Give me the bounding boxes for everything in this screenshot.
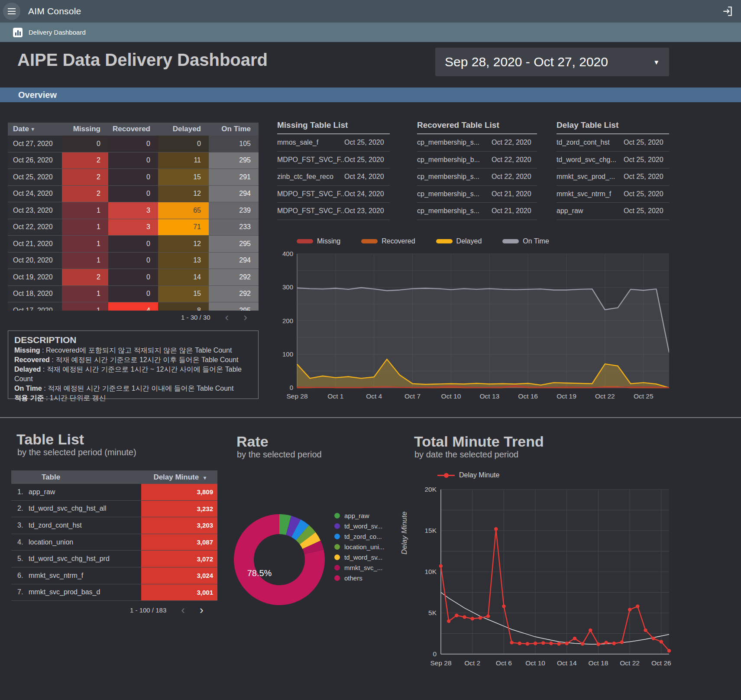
delay-minute-table: TableDelay Minute ▾1.app_raw3,8092.td_wo… bbox=[11, 470, 217, 601]
rate-legend-item[interactable]: others bbox=[334, 573, 385, 583]
description-line: Delayed : 적재 예정된 시간 기준으로 1시간 ~ 12시간 사이에 … bbox=[14, 365, 252, 384]
list-item: cp_membership_s...Oct 22, 2020 bbox=[417, 169, 537, 186]
table-name: td_word_svc_chg_hst_all bbox=[29, 501, 141, 517]
breadcrumb[interactable]: Delivery Dashboard bbox=[29, 29, 86, 36]
delay-minute-bar: 3,001 bbox=[141, 584, 217, 601]
table-row: 6.mmkt_svc_ntrm_f3,024 bbox=[11, 567, 217, 584]
description-line: On Time : 적재 예정된 시간 기준으로 1시간 이내에 들어온 Tab… bbox=[14, 384, 252, 393]
svg-text:Oct 22: Oct 22 bbox=[620, 659, 640, 667]
value-cell: 0 bbox=[108, 253, 158, 269]
date-range-value: Sep 28, 2020 - Oct 27, 2020 bbox=[445, 55, 608, 69]
rate-title: Rate bbox=[236, 433, 269, 450]
date-cell: Oct 19, 2020 bbox=[8, 269, 62, 285]
table-name: mmos_sale_f bbox=[277, 139, 344, 146]
logout-icon[interactable] bbox=[722, 6, 733, 17]
list-title: Missing Table List bbox=[277, 120, 390, 134]
delay-minute-bar: 3,072 bbox=[141, 551, 217, 567]
value-cell: 8 bbox=[158, 302, 209, 311]
description-term: 적용 기준 bbox=[14, 394, 44, 402]
value-cell: 2 bbox=[62, 269, 108, 285]
column-header-missing[interactable]: Missing bbox=[62, 125, 108, 133]
value-cell: 0 bbox=[62, 136, 108, 152]
value-cell: 292 bbox=[209, 269, 259, 285]
value-cell: 294 bbox=[209, 186, 259, 202]
table-date: Oct 22, 2020 bbox=[492, 139, 537, 146]
rate-legend-item[interactable]: td_word_sv... bbox=[334, 521, 385, 531]
svg-text:Oct 14: Oct 14 bbox=[557, 659, 577, 667]
table-row: Oct 21, 20201012295 bbox=[8, 236, 259, 253]
rate-subtitle: by the selected period bbox=[237, 450, 322, 460]
row-rank: 5. bbox=[11, 551, 29, 567]
value-cell: 2 bbox=[62, 169, 108, 185]
table-name: MDPO_FST_SVC_F... bbox=[277, 207, 344, 215]
delay-minute-bar: 3,203 bbox=[141, 517, 217, 534]
value-cell: 1 bbox=[62, 236, 108, 252]
page-range-label: 1 - 30 / 30 bbox=[181, 314, 210, 321]
rate-legend-item[interactable]: td_zord_co... bbox=[334, 531, 385, 541]
delay-minute-bar: 3,024 bbox=[141, 567, 217, 584]
rate-legend-item[interactable]: td_word_sv... bbox=[334, 552, 385, 562]
table-name: td_zord_cont_hst bbox=[29, 517, 141, 534]
row-rank: 4. bbox=[11, 534, 29, 551]
svg-text:Oct 22: Oct 22 bbox=[595, 392, 615, 400]
column-header-recovered[interactable]: Recovered bbox=[108, 125, 158, 133]
value-cell: 1 bbox=[62, 202, 108, 219]
date-cell: Oct 18, 2020 bbox=[8, 286, 62, 302]
column-header-delayed[interactable]: Delayed bbox=[158, 125, 209, 133]
description-term: Delayed bbox=[14, 366, 41, 373]
value-cell: 0 bbox=[158, 136, 209, 152]
value-cell: 2 bbox=[62, 152, 108, 169]
next-page-icon[interactable]: › bbox=[243, 313, 247, 321]
table-name: mmkt_svc_prod_bas_d bbox=[29, 584, 141, 601]
rate-legend-item[interactable]: mmkt_svc_... bbox=[334, 562, 385, 573]
prev-page-icon[interactable]: ‹ bbox=[225, 313, 229, 321]
recovered-table-list: Recovered Table List cp_membership_s...O… bbox=[417, 120, 537, 220]
table-date: Oct 25, 2020 bbox=[624, 173, 669, 181]
table-list-title: Table List bbox=[16, 431, 84, 448]
list-item: MDPO_FST_SVC_F...Oct 23, 2020 bbox=[277, 203, 390, 220]
column-header-on-time[interactable]: On Time bbox=[209, 125, 259, 133]
value-cell: 1 bbox=[62, 286, 108, 302]
date-cell: Oct 27, 2020 bbox=[8, 136, 62, 152]
total-minute-trend-chart: 05K10K15K20KSep 28Oct 2Oct 6Oct 10Oct 14… bbox=[407, 466, 676, 674]
table-row: Oct 27, 2020000105 bbox=[8, 136, 259, 152]
description-term: Recovered bbox=[14, 356, 50, 363]
date-range-selector[interactable]: Sep 28, 2020 - Oct 27, 2020 ▼ bbox=[435, 48, 669, 76]
value-cell: 1 bbox=[62, 302, 108, 311]
rate-legend: app_rawtd_word_sv...td_zord_co...locatio… bbox=[334, 510, 385, 583]
legend-dot-icon bbox=[334, 554, 340, 560]
column-header-delay-minute[interactable]: Delay Minute ▾ bbox=[141, 473, 217, 482]
value-cell: 0 bbox=[108, 186, 158, 202]
table-date: Oct 22, 2020 bbox=[492, 156, 537, 164]
table-row: Oct 23, 20201365239 bbox=[8, 202, 259, 219]
svg-text:5K: 5K bbox=[428, 609, 437, 616]
table-name: MDPO_FST_SVC_F... bbox=[277, 190, 344, 198]
table-row: 3.td_zord_cont_hst3,203 bbox=[11, 517, 217, 534]
delay-minute-bar: 3,809 bbox=[141, 484, 217, 500]
description-term: On Time bbox=[14, 385, 42, 392]
legend-dot-icon bbox=[334, 575, 340, 581]
table-row: Oct 22, 20201371233 bbox=[8, 219, 259, 236]
rate-legend-item[interactable]: app_raw bbox=[334, 510, 385, 521]
rate-legend-item[interactable]: location_uni... bbox=[334, 541, 385, 552]
table-name: cp_membership_b... bbox=[417, 156, 492, 164]
value-cell: 0 bbox=[108, 236, 158, 252]
value-cell: 4 bbox=[108, 302, 158, 311]
legend-label: mmkt_svc_... bbox=[344, 564, 382, 571]
value-cell: 233 bbox=[209, 219, 259, 236]
section-label: Overview bbox=[18, 90, 57, 100]
value-cell: 0 bbox=[108, 136, 158, 152]
value-cell: 71 bbox=[158, 219, 209, 236]
column-label: Date bbox=[13, 125, 29, 133]
menu-icon[interactable] bbox=[3, 3, 20, 20]
table-date: Oct 25, 2020 bbox=[624, 139, 669, 146]
app-title: AIM Console bbox=[28, 6, 81, 16]
svg-text:Oct 13: Oct 13 bbox=[479, 392, 499, 400]
column-header-date[interactable]: Date▾ bbox=[8, 125, 62, 133]
next-page-icon[interactable]: › bbox=[200, 606, 204, 614]
table-row: Oct 18, 20201015292 bbox=[8, 286, 259, 303]
svg-text:78.5%: 78.5% bbox=[247, 568, 272, 578]
svg-text:Oct 26: Oct 26 bbox=[651, 659, 671, 667]
prev-page-icon[interactable]: ‹ bbox=[181, 606, 185, 614]
legend-label: td_word_sv... bbox=[344, 554, 382, 561]
